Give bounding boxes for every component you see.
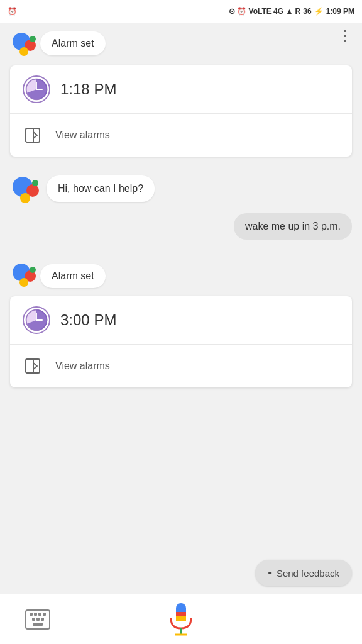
keyboard-button[interactable] xyxy=(25,609,50,630)
first-alarm-time: 1:18 PM xyxy=(60,80,116,98)
second-view-alarms-row[interactable]: View alarms xyxy=(10,345,352,387)
first-view-alarms-icon xyxy=(23,124,45,147)
microphone-button[interactable] xyxy=(167,601,195,638)
assistant-avatar-greeting xyxy=(10,173,40,203)
second-view-alarms-text: View alarms xyxy=(55,360,110,372)
user-message-bubble: wake me up in 3 p.m. xyxy=(234,213,352,240)
svg-point-2 xyxy=(30,36,36,42)
status-bar: ⏰ ⊙ ⏰ VoLTE 4G ▲ R 36 ⚡ 1:09 PM xyxy=(0,0,362,23)
assistant-greeting-bubble: Hi, how can I help? xyxy=(47,175,155,202)
second-alarm-set-bubble: Alarm set xyxy=(40,264,106,288)
key-dot xyxy=(36,618,40,621)
battery-level: 36 xyxy=(303,7,311,16)
first-alarm-time-row: 1:18 PM xyxy=(10,65,352,114)
svg-point-12 xyxy=(20,193,30,203)
three-dot-menu[interactable]: ⋮ xyxy=(338,28,352,44)
second-view-alarms-icon xyxy=(23,355,45,377)
signal-icons: ⊙ ⏰ VoLTE 4G ▲ R xyxy=(229,7,300,16)
main-content: Alarm set 1:18 PM xyxy=(0,23,362,594)
assistant-avatar-top xyxy=(10,29,40,59)
key-dot xyxy=(32,618,35,621)
second-alarm-set-row: Alarm set xyxy=(0,260,362,290)
first-alarm-clock-icon xyxy=(23,75,50,103)
svg-rect-26 xyxy=(176,616,186,621)
first-view-alarms-row[interactable]: View alarms xyxy=(10,114,352,157)
svg-point-15 xyxy=(30,267,36,273)
keyboard-row-3 xyxy=(33,623,43,626)
first-view-alarms-text: View alarms xyxy=(55,130,110,141)
send-feedback-label: Send feedback xyxy=(277,568,339,579)
second-alarm-time-row: 3:00 PM xyxy=(10,296,352,345)
key-dot xyxy=(38,613,41,616)
key-dot xyxy=(43,613,46,616)
key-dot xyxy=(41,618,44,621)
status-left: ⏰ xyxy=(8,7,17,16)
chat-section: Hi, how can I help? wake me up in 3 p.m. xyxy=(0,163,362,260)
key-dot xyxy=(34,613,37,616)
battery-icon: ⚡ xyxy=(314,7,324,16)
svg-point-16 xyxy=(19,278,28,287)
assistant-greeting-row: Hi, how can I help? xyxy=(10,173,352,203)
assistant-avatar-second xyxy=(10,260,40,290)
first-alarm-set-bubble: Alarm set xyxy=(40,31,106,55)
second-alarm-clock-icon xyxy=(23,306,50,334)
keyboard-row-2 xyxy=(32,618,44,621)
first-alarm-set-row: Alarm set xyxy=(0,23,362,59)
second-alarm-time: 3:00 PM xyxy=(60,311,116,329)
spacebar-key xyxy=(33,623,43,626)
feedback-icon: ▪ xyxy=(268,567,272,579)
time-display: 1:09 PM xyxy=(326,7,354,16)
send-feedback-button[interactable]: ▪ Send feedback xyxy=(255,560,352,586)
first-alarm-card: 1:18 PM View alarms xyxy=(10,65,352,157)
status-right: ⊙ ⏰ VoLTE 4G ▲ R 36 ⚡ 1:09 PM xyxy=(229,7,354,16)
second-alarm-card: 3:00 PM View alarms xyxy=(10,296,352,387)
bottom-navigation-bar xyxy=(0,594,362,644)
keyboard-row-1 xyxy=(30,613,46,616)
svg-point-3 xyxy=(19,47,28,56)
svg-point-11 xyxy=(32,180,38,186)
user-message-row: wake me up in 3 p.m. xyxy=(10,213,352,240)
alarm-clock-status-icon: ⏰ xyxy=(8,7,17,16)
key-dot xyxy=(30,613,33,616)
